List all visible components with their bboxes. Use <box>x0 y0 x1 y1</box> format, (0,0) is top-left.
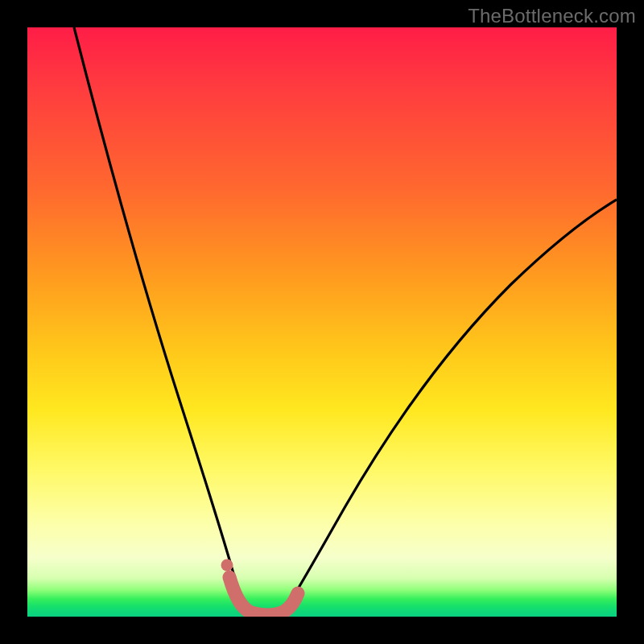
curve-svg <box>27 27 617 617</box>
plot-area <box>27 27 617 617</box>
highlight-band <box>229 577 298 615</box>
chart-frame: TheBottleneck.com <box>0 0 644 644</box>
watermark-text: TheBottleneck.com <box>468 5 636 27</box>
bottleneck-curve-left <box>74 27 249 615</box>
highlight-dot <box>221 559 233 572</box>
bottleneck-curve-right <box>282 200 617 615</box>
